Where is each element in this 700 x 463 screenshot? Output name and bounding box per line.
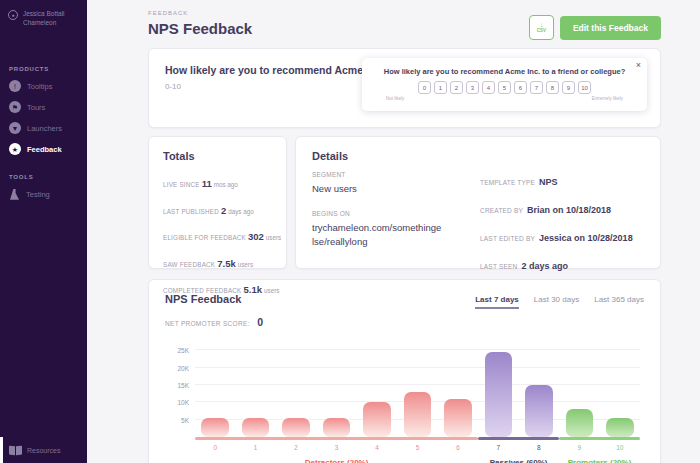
bar-slot [316,347,356,437]
totals-row: LIVE SINCE11mos ago [163,173,272,191]
scale-button-1[interactable]: 1 [434,81,447,94]
scale-button-10[interactable]: 10 [578,81,591,94]
bar-2[interactable] [282,418,310,437]
x-tick-label: 1 [235,444,275,451]
x-tick-label: 10 [600,444,640,451]
close-icon[interactable]: × [636,60,641,70]
sidebar-section: PRODUCTS!Tooltips⚑Tours▼Launchers★Feedba… [0,66,87,160]
bar-1[interactable] [242,418,270,437]
sidebar-section: TOOLSTesting [0,174,87,205]
details-field: BEGINS ONtrychameleon.com/somethingelse/… [312,210,480,248]
sidebar-item-label: Tours [27,103,45,112]
y-tick-label: 10K [165,399,189,406]
survey-question: How likely are you to recommend Acme Inc… [372,67,637,76]
sidebar-item-resources[interactable]: Resources [9,446,60,455]
bar-slot [276,347,316,437]
sidebar-item-label: Tooltips [27,82,52,91]
nps-bar-chart: 5K10K15K20K25K [165,347,644,437]
details-label: LAST SEEN [480,263,517,270]
x-axis-labels: 012345678910 [195,444,640,451]
user-profile[interactable]: ● Jessica Bottali Chameleon [0,0,87,28]
tab-last-30-days[interactable]: Last 30 days [534,295,579,309]
sidebar-item-launchers[interactable]: ▼Launchers [0,118,87,139]
x-tick-label: 7 [478,444,518,451]
tab-last-365-days[interactable]: Last 365 days [594,295,644,309]
bar-8[interactable] [525,385,553,437]
bar-slot [600,347,640,437]
bar-7[interactable] [485,352,513,437]
group-label: Passives (60%) [478,458,559,463]
scale-button-4[interactable]: 4 [482,81,495,94]
axis-baseline [195,437,640,440]
x-tick-label: 6 [438,444,478,451]
y-tick-label: 5K [165,417,189,424]
x-tick-label: 0 [195,444,235,451]
bar-10[interactable] [606,418,634,437]
totals-suffix: users [264,287,279,294]
net-promoter-score: NET PROMOTER SCORE: 0 [165,312,263,330]
x-tick-label: 8 [519,444,559,451]
bar-slot [559,347,599,437]
scale-min-label: Not likely [386,96,404,101]
testing-flask-icon [10,189,19,200]
bar-slot [235,347,275,437]
group-labels: Detractors (20%)Passives (60%)Promoters … [195,458,640,463]
edit-feedback-button[interactable]: Edit this Feedback [560,16,661,40]
resources-book-icon [9,446,21,455]
sidebar: ● Jessica Bottali Chameleon PRODUCTS!Too… [0,0,87,463]
sidebar-section-label: TOOLS [9,174,87,180]
bar-0[interactable] [201,418,229,437]
user-name: Jessica Bottali Chameleon [23,9,65,28]
totals-suffix: users [266,234,281,241]
totals-label: LAST PUBLISHED [163,208,219,215]
y-tick-label: 25K [165,347,189,354]
sidebar-item-testing[interactable]: Testing [0,184,87,205]
details-value: trychameleon.com/somethingelse/reallylon… [312,221,442,248]
group-label: Promoters (20%) [559,458,640,463]
details-field: LAST EDITED BYJessica on 10/28/2018 [480,227,644,245]
bar-slot [397,347,437,437]
bar-3[interactable] [323,418,351,437]
sidebar-item-feedback[interactable]: ★Feedback [0,139,87,160]
bar-6[interactable] [444,399,472,437]
sidebar-item-tours[interactable]: ⚑Tours [0,97,87,118]
feedback-star-icon: ★ [9,143,21,155]
scale-button-9[interactable]: 9 [562,81,575,94]
totals-suffix: users [238,261,253,268]
scale-button-5[interactable]: 5 [498,81,511,94]
group-label: Detractors (20%) [195,458,478,463]
scale-button-8[interactable]: 8 [546,81,559,94]
totals-row: SAW FEEDBACK7.5kusers [163,253,272,271]
x-tick-label: 5 [397,444,437,451]
scale-button-0[interactable]: 0 [418,81,431,94]
details-value: Jessica on 10/28/2018 [539,233,633,243]
baseline-segment [195,437,478,440]
x-tick-label: 2 [276,444,316,451]
download-csv-button[interactable]: ↓ CSV [529,15,554,40]
tab-last-7-days[interactable]: Last 7 days [475,295,519,309]
launchers-icon: ▼ [9,122,21,134]
scale-button-7[interactable]: 7 [530,81,543,94]
scale-button-3[interactable]: 3 [466,81,479,94]
details-label: BEGINS ON [312,210,480,217]
scale-button-2[interactable]: 2 [450,81,463,94]
scale-button-6[interactable]: 6 [514,81,527,94]
sidebar-item-label: Launchers [27,124,62,133]
bar-slot [519,347,559,437]
question-card: How likely are you to recommend Acme... … [148,48,661,128]
sidebar-item-tooltips[interactable]: !Tooltips [0,76,87,97]
nps-chart-card: NPS Feedback NET PROMOTER SCORE: 0 Last … [148,279,661,463]
x-tick-label: 4 [357,444,397,451]
baseline-segment [559,437,640,440]
bar-5[interactable] [404,392,432,437]
bar-4[interactable] [363,402,391,437]
bar-9[interactable] [566,409,594,437]
sidebar-item-label: Testing [26,190,50,199]
totals-row: ELIGIBLE FOR FEEDBACK302users [163,226,272,244]
totals-value: 302 [248,231,264,242]
y-tick-label: 20K [165,365,189,372]
resources-label: Resources [27,447,60,454]
totals-suffix: days ago [228,208,254,215]
collapsed-widget-handle[interactable] [0,437,3,463]
bar-slot [195,347,235,437]
